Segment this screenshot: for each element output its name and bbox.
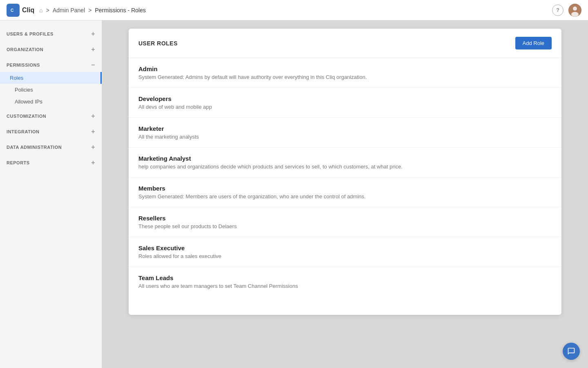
logo-text: Cliq: [22, 7, 34, 14]
role-name-members: Members: [138, 185, 552, 192]
sidebar: USERS & PROFILES + ORGANIZATION + PERMIS…: [0, 20, 102, 368]
role-item-developers[interactable]: Developers All devs of web and mobile ap…: [129, 88, 561, 118]
home-icon[interactable]: ⌂: [39, 7, 42, 13]
role-item-sales-executive[interactable]: Sales Executive Roles allowed for a sale…: [129, 237, 561, 267]
svg-point-4: [571, 12, 579, 17]
sidebar-section-label-integration: INTEGRATION: [7, 129, 39, 134]
sidebar-section-header-integration[interactable]: INTEGRATION +: [0, 125, 102, 139]
roles-panel: USER ROLES Add Role Admin System Generat…: [129, 29, 561, 315]
breadcrumb-separator-2: >: [88, 7, 91, 13]
add-role-button[interactable]: Add Role: [515, 37, 552, 49]
sidebar-section-header-customization[interactable]: CUSTOMIZATION +: [0, 109, 102, 123]
role-name-resellers: Resellers: [138, 215, 552, 222]
role-desc-resellers: These people sell our products to Delaer…: [138, 223, 552, 229]
sidebar-section-header-users-profiles[interactable]: USERS & PROFILES +: [0, 27, 102, 41]
sidebar-item-allowed-ips[interactable]: Allowed IPs: [0, 96, 102, 108]
sidebar-section-label-organization: ORGANIZATION: [7, 47, 43, 52]
sidebar-item-policies[interactable]: Policies: [0, 84, 102, 96]
role-desc-members: System Generated: Members are users of t…: [138, 193, 552, 200]
role-item-team-leads[interactable]: Team Leads All users who are team manage…: [129, 267, 561, 296]
topbar: C Cliq ⌂ > Admin Panel > Permissions - R…: [0, 0, 588, 20]
expand-icon-integration: +: [91, 128, 95, 135]
svg-text:C: C: [11, 8, 13, 13]
sidebar-section-reports: REPORTS +: [0, 156, 102, 170]
role-desc-developers: All devs of web and mobile app: [138, 104, 552, 110]
breadcrumb-separator-1: >: [46, 7, 49, 13]
roles-panel-title: USER ROLES: [138, 40, 178, 47]
sidebar-section-users-profiles: USERS & PROFILES +: [0, 27, 102, 41]
role-desc-marketing-analyst: help companies and organizations decide …: [138, 164, 552, 170]
avatar[interactable]: [568, 4, 581, 17]
sidebar-section-label-permissions: PERMISSIONS: [7, 63, 40, 67]
sidebar-section-header-reports[interactable]: REPORTS +: [0, 156, 102, 170]
expand-icon-data-administration: +: [91, 144, 95, 151]
role-item-resellers[interactable]: Resellers These people sell our products…: [129, 207, 561, 237]
role-name-team-leads: Team Leads: [138, 274, 552, 281]
role-desc-marketer: All the marketing analysts: [138, 134, 552, 140]
expand-icon-reports: +: [91, 159, 95, 166]
role-desc-team-leads: All users who are team managers to set T…: [138, 283, 552, 289]
sidebar-section-header-data-administration[interactable]: DATA ADMINISTRATION +: [0, 140, 102, 154]
role-desc-admin: System Generated: Admins by default will…: [138, 74, 552, 80]
expand-icon-organization: +: [91, 46, 95, 53]
sidebar-section-permissions: PERMISSIONS − Roles Policies Allowed IPs: [0, 58, 102, 108]
logo-icon: C: [7, 4, 20, 17]
sidebar-item-roles[interactable]: Roles: [0, 72, 102, 84]
sidebar-section-organization: ORGANIZATION +: [0, 43, 102, 56]
collapse-icon-permissions: −: [91, 61, 95, 69]
role-desc-sales-executive: Roles allowed for a sales executive: [138, 253, 552, 259]
role-name-admin: Admin: [138, 65, 552, 72]
sidebar-section-label-reports: REPORTS: [7, 160, 30, 165]
sidebar-section-label-data-administration: DATA ADMINISTRATION: [7, 145, 62, 150]
expand-icon-customization: +: [91, 112, 95, 120]
sidebar-section-customization: CUSTOMIZATION +: [0, 109, 102, 123]
expand-icon-users-profiles: +: [91, 30, 95, 38]
role-name-marketing-analyst: Marketing Analyst: [138, 155, 552, 162]
chat-bubble-button[interactable]: [563, 343, 580, 360]
sidebar-section-label-customization: CUSTOMIZATION: [7, 114, 46, 119]
role-name-marketer: Marketer: [138, 125, 552, 132]
role-item-admin[interactable]: Admin System Generated: Admins by defaul…: [129, 58, 561, 88]
sidebar-section-label-users-profiles: USERS & PROFILES: [7, 31, 53, 36]
breadcrumb-parent[interactable]: Admin Panel: [53, 7, 85, 13]
sidebar-section-integration: INTEGRATION +: [0, 125, 102, 139]
app-logo[interactable]: C Cliq: [7, 4, 34, 17]
svg-point-3: [573, 7, 577, 11]
role-item-marketer[interactable]: Marketer All the marketing analysts: [129, 118, 561, 148]
sidebar-section-header-permissions[interactable]: PERMISSIONS −: [0, 58, 102, 72]
main-layout: USERS & PROFILES + ORGANIZATION + PERMIS…: [0, 20, 588, 368]
role-name-sales-executive: Sales Executive: [138, 245, 552, 251]
role-name-developers: Developers: [138, 95, 552, 102]
breadcrumb-current: Permissions - Roles: [95, 7, 145, 13]
help-button[interactable]: ?: [552, 4, 564, 16]
sidebar-section-data-administration: DATA ADMINISTRATION +: [0, 140, 102, 154]
role-item-marketing-analyst[interactable]: Marketing Analyst help companies and org…: [129, 148, 561, 177]
sidebar-section-header-organization[interactable]: ORGANIZATION +: [0, 43, 102, 56]
content-area: USER ROLES Add Role Admin System Generat…: [102, 20, 588, 368]
role-item-members[interactable]: Members System Generated: Members are us…: [129, 177, 561, 207]
breadcrumb: ⌂ > Admin Panel > Permissions - Roles: [39, 7, 146, 13]
roles-panel-header: USER ROLES Add Role: [129, 29, 561, 58]
